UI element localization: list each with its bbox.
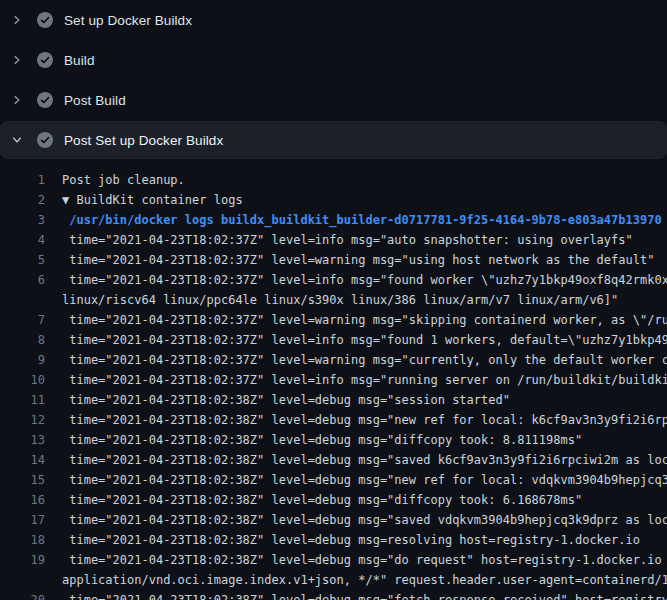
log-line-19: 19 time="2021-04-23T18:02:38Z" level=deb…: [0, 550, 667, 570]
log-line-continuation: linux/riscv64 linux/ppc64le linux/s390x …: [0, 290, 667, 310]
log-line-number[interactable]: 1: [0, 170, 45, 190]
step-post-set-up-docker-buildx[interactable]: Post Set up Docker Buildx: [0, 121, 667, 159]
log-container: 1Post job cleanup.2▼ BuildKit container …: [0, 170, 667, 600]
log-line-text: time="2021-04-23T18:02:38Z" level=debug …: [62, 390, 510, 410]
chevron-right-icon: [9, 12, 25, 28]
log-line-number[interactable]: 5: [0, 250, 45, 270]
log-line-11: 11 time="2021-04-23T18:02:38Z" level=deb…: [0, 390, 667, 410]
workflow-log-page: { "colors": { "background": "#0d1117", "…: [0, 0, 667, 600]
log-line-14: 14 time="2021-04-23T18:02:38Z" level=deb…: [0, 450, 667, 470]
log-line-number[interactable]: 13: [0, 430, 45, 450]
log-line-1: 1Post job cleanup.: [0, 170, 667, 190]
log-line-7: 7 time="2021-04-23T18:02:37Z" level=warn…: [0, 310, 667, 330]
log-line-number: [0, 290, 45, 310]
log-line-text: time="2021-04-23T18:02:38Z" level=debug …: [62, 510, 667, 530]
log-line-text: time="2021-04-23T18:02:37Z" level=info m…: [62, 230, 633, 250]
log-line-number[interactable]: 8: [0, 330, 45, 350]
log-line-number[interactable]: 12: [0, 410, 45, 430]
check-circle-icon: [37, 12, 53, 28]
log-line-text: Post job cleanup.: [62, 170, 185, 190]
log-line-continuation: application/vnd.oci.image.index.v1+json,…: [0, 570, 667, 590]
log-line-text: time="2021-04-23T18:02:37Z" level=info m…: [62, 330, 667, 350]
log-line-text: time="2021-04-23T18:02:38Z" level=debug …: [62, 410, 667, 430]
log-line-text: time="2021-04-23T18:02:37Z" level=info m…: [62, 270, 667, 290]
log-line-text: time="2021-04-23T18:02:37Z" level=info m…: [62, 370, 667, 390]
log-line-number[interactable]: 7: [0, 310, 45, 330]
log-line-text: time="2021-04-23T18:02:38Z" level=debug …: [62, 470, 667, 490]
log-line-text: time="2021-04-23T18:02:38Z" level=debug …: [62, 430, 582, 450]
step-label: Set up Docker Buildx: [64, 13, 192, 28]
log-line-text: time="2021-04-23T18:02:38Z" level=debug …: [62, 550, 667, 570]
step-label: Post Build: [64, 93, 126, 108]
chevron-right-icon: [9, 52, 25, 68]
step-post-build[interactable]: Post Build: [0, 80, 667, 120]
log-line-4: 4 time="2021-04-23T18:02:37Z" level=info…: [0, 230, 667, 250]
log-group-toggle[interactable]: ▼ BuildKit container logs: [62, 190, 243, 210]
log-line-text: time="2021-04-23T18:02:38Z" level=debug …: [62, 450, 667, 470]
log-line-number[interactable]: 20: [0, 590, 45, 600]
log-line-number[interactable]: 18: [0, 530, 45, 550]
log-line-12: 12 time="2021-04-23T18:02:38Z" level=deb…: [0, 410, 667, 430]
step-label: Build: [64, 53, 95, 68]
log-line-15: 15 time="2021-04-23T18:02:38Z" level=deb…: [0, 470, 667, 490]
log-line-text: time="2021-04-23T18:02:38Z" level=debug …: [62, 490, 582, 510]
log-line-text: linux/riscv64 linux/ppc64le linux/s390x …: [62, 290, 618, 310]
log-line-number[interactable]: 6: [0, 270, 45, 290]
log-line-16: 16 time="2021-04-23T18:02:38Z" level=deb…: [0, 490, 667, 510]
log-line-text: application/vnd.oci.image.index.v1+json,…: [62, 570, 667, 590]
log-line-text: time="2021-04-23T18:02:37Z" level=warnin…: [62, 310, 667, 330]
log-line-9: 9 time="2021-04-23T18:02:37Z" level=warn…: [0, 350, 667, 370]
chevron-down-icon: [9, 132, 25, 148]
log-line-2: 2▼ BuildKit container logs: [0, 190, 667, 210]
log-line-17: 17 time="2021-04-23T18:02:38Z" level=deb…: [0, 510, 667, 530]
log-line-number[interactable]: 16: [0, 490, 45, 510]
log-line-number[interactable]: 14: [0, 450, 45, 470]
log-line-text: time="2021-04-23T18:02:38Z" level=debug …: [62, 590, 667, 600]
log-line-8: 8 time="2021-04-23T18:02:37Z" level=info…: [0, 330, 667, 350]
log-line-6: 6 time="2021-04-23T18:02:37Z" level=info…: [0, 270, 667, 290]
log-line-number[interactable]: 4: [0, 230, 45, 250]
log-line-number[interactable]: 15: [0, 470, 45, 490]
log-line-18: 18 time="2021-04-23T18:02:38Z" level=deb…: [0, 530, 667, 550]
log-line-text: /usr/bin/docker logs buildx_buildkit_bui…: [62, 210, 662, 230]
check-circle-icon: [37, 92, 53, 108]
log-line-text: time="2021-04-23T18:02:38Z" level=debug …: [62, 530, 640, 550]
log-line-text: time="2021-04-23T18:02:37Z" level=warnin…: [62, 350, 667, 370]
log-line-20: 20 time="2021-04-23T18:02:38Z" level=deb…: [0, 590, 667, 600]
log-line-number: [0, 570, 45, 590]
check-circle-icon: [37, 132, 53, 148]
log-line-3: 3 /usr/bin/docker logs buildx_buildkit_b…: [0, 210, 667, 230]
log-line-13: 13 time="2021-04-23T18:02:38Z" level=deb…: [0, 430, 667, 450]
log-line-number[interactable]: 2: [0, 190, 45, 210]
check-circle-icon: [37, 52, 53, 68]
log-line-5: 5 time="2021-04-23T18:02:37Z" level=warn…: [0, 250, 667, 270]
step-set-up-docker-buildx[interactable]: Set up Docker Buildx: [0, 0, 667, 40]
step-list: Set up Docker BuildxBuildPost BuildPost …: [0, 0, 667, 159]
log-line-number[interactable]: 9: [0, 350, 45, 370]
log-line-text: time="2021-04-23T18:02:37Z" level=warnin…: [62, 250, 654, 270]
log-line-10: 10 time="2021-04-23T18:02:37Z" level=inf…: [0, 370, 667, 390]
log-line-number[interactable]: 11: [0, 390, 45, 410]
log-line-number[interactable]: 19: [0, 550, 45, 570]
log-line-number[interactable]: 10: [0, 370, 45, 390]
chevron-right-icon: [9, 92, 25, 108]
step-label: Post Set up Docker Buildx: [64, 133, 223, 148]
step-build[interactable]: Build: [0, 40, 667, 80]
log-line-number[interactable]: 17: [0, 510, 45, 530]
log-line-number[interactable]: 3: [0, 210, 45, 230]
